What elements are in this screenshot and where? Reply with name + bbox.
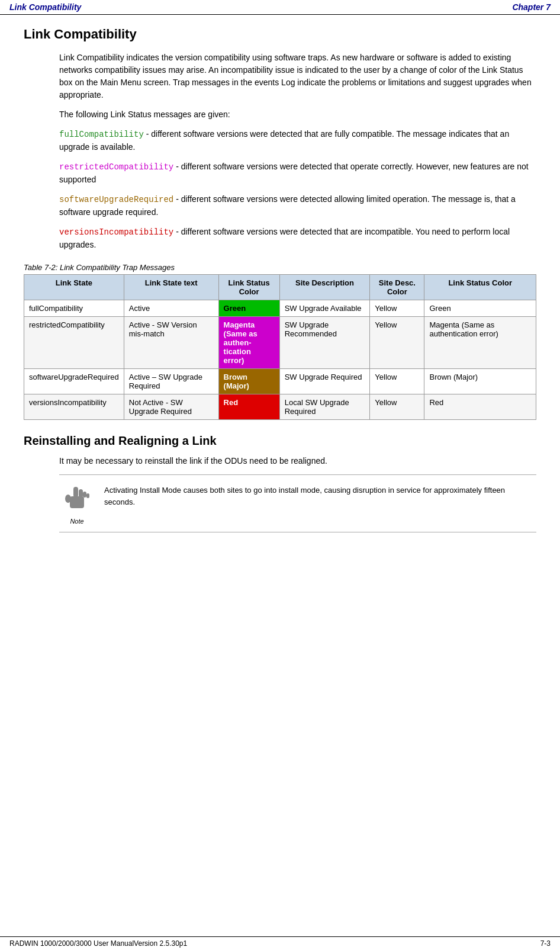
cell-link-state-text-3: Not Active - SW Upgrade Required bbox=[124, 394, 218, 420]
cell-site-desc-2: SW Upgrade Required bbox=[279, 369, 370, 394]
th-site-desc-color: Site Desc. Color bbox=[370, 275, 424, 300]
status-msg-0: fullCompatibility - different software v… bbox=[59, 128, 536, 153]
status-msg-2: softwareUpgradeRequired - different soft… bbox=[59, 193, 536, 219]
page-footer: RADWIN 1000/2000/3000 User ManualVersion… bbox=[0, 936, 560, 950]
page-title: Link Compatibility bbox=[24, 27, 536, 42]
note-hand-icon bbox=[62, 482, 92, 516]
cell-link-status-color-0: Green bbox=[218, 300, 279, 317]
compatibility-table: Link State Link State text Link Status C… bbox=[24, 274, 536, 420]
keyword-fullCompatibility: fullCompatibility bbox=[59, 130, 144, 139]
keyword-restrictedCompatibility: restrictedCompatibility bbox=[59, 162, 173, 172]
cell-link-state-0: fullCompatibility bbox=[24, 300, 124, 317]
section2-title: Reinstalling and Realigning a Link bbox=[24, 434, 536, 448]
svg-rect-3 bbox=[79, 489, 83, 498]
header-right-text: Chapter 7 bbox=[512, 2, 551, 12]
cell-link-status-color-1: Magenta(Same asauthen-ticationerror) bbox=[218, 317, 279, 369]
cell-link-state-text-0: Active bbox=[124, 300, 218, 317]
table-row: softwareUpgradeRequired Active – SW Upgr… bbox=[24, 369, 536, 394]
hand-svg bbox=[62, 482, 92, 513]
footer-left-text: RADWIN 1000/2000/3000 User ManualVersion… bbox=[9, 939, 187, 948]
table-row: fullCompatibility Active Green SW Upgrad… bbox=[24, 300, 536, 317]
cell-site-desc-color-1: Yellow bbox=[370, 317, 424, 369]
note-box: Note Activating Install Mode causes both… bbox=[59, 474, 536, 532]
cell-link-status-color2-2: Brown (Major) bbox=[424, 369, 536, 394]
cell-link-status-color-2: Brown(Major) bbox=[218, 369, 279, 394]
table-header-row: Link State Link State text Link Status C… bbox=[24, 275, 536, 300]
cell-site-desc-color-0: Yellow bbox=[370, 300, 424, 317]
note-label: Note bbox=[70, 518, 83, 525]
table-row: versionsIncompatibility Not Active - SW … bbox=[24, 394, 536, 420]
cell-site-desc-1: SW Upgrade Recommended bbox=[279, 317, 370, 369]
note-icon-area: Note bbox=[59, 482, 95, 525]
table-caption: Table 7-2: Link Compatibility Trap Messa… bbox=[24, 263, 536, 272]
note-text: Activating Install Mode causes both site… bbox=[104, 482, 536, 508]
cell-link-state-text-1: Active - SW Version mis-match bbox=[124, 317, 218, 369]
header-left-text: Link Compatibility bbox=[9, 2, 81, 12]
cell-link-status-color2-0: Green bbox=[424, 300, 536, 317]
cell-site-desc-3: Local SW Upgrade Required bbox=[279, 394, 370, 420]
svg-rect-5 bbox=[86, 493, 89, 498]
keyword-versionsIncompatibility: versionsIncompatibility bbox=[59, 227, 173, 237]
cell-link-state-1: restrictedCompatibility bbox=[24, 317, 124, 369]
following-text: The following Link Status messages are g… bbox=[59, 108, 536, 121]
page-header: Link Compatibility Chapter 7 bbox=[0, 0, 560, 15]
cell-link-state-2: softwareUpgradeRequired bbox=[24, 369, 124, 394]
cell-site-desc-color-3: Yellow bbox=[370, 394, 424, 420]
status-msg-1: restrictedCompatibility - different soft… bbox=[59, 161, 536, 186]
svg-rect-2 bbox=[73, 487, 78, 498]
cell-link-status-color2-1: Magenta (Same as authentication error) bbox=[424, 317, 536, 369]
svg-point-1 bbox=[65, 495, 71, 503]
cell-site-desc-color-2: Yellow bbox=[370, 369, 424, 394]
status-msg-3: versionsIncompatibility - different soft… bbox=[59, 226, 536, 251]
cell-link-state-text-2: Active – SW Upgrade Required bbox=[124, 369, 218, 394]
cell-link-status-color2-3: Red bbox=[424, 394, 536, 420]
th-link-state: Link State bbox=[24, 275, 124, 300]
th-link-state-text: Link State text bbox=[124, 275, 218, 300]
cell-link-state-3: versionsIncompatibility bbox=[24, 394, 124, 420]
svg-rect-0 bbox=[70, 496, 84, 508]
intro-paragraph: Link Compatibility indicates the version… bbox=[59, 52, 536, 101]
main-content: Link Compatibility Link Compatibility in… bbox=[0, 15, 560, 568]
footer-right-text: 7-3 bbox=[540, 939, 551, 948]
cell-site-desc-0: SW Upgrade Available bbox=[279, 300, 370, 317]
th-site-description: Site Description bbox=[279, 275, 370, 300]
svg-rect-4 bbox=[83, 492, 86, 498]
section2-body: It may be necessary to reinstall the lin… bbox=[59, 455, 536, 467]
th-link-status-color2: Link Status Color bbox=[424, 275, 536, 300]
cell-link-status-color-3: Red bbox=[218, 394, 279, 420]
table-row: restrictedCompatibility Active - SW Vers… bbox=[24, 317, 536, 369]
keyword-softwareUpgradeRequired: softwareUpgradeRequired bbox=[59, 195, 173, 204]
th-link-status-color: Link Status Color bbox=[218, 275, 279, 300]
